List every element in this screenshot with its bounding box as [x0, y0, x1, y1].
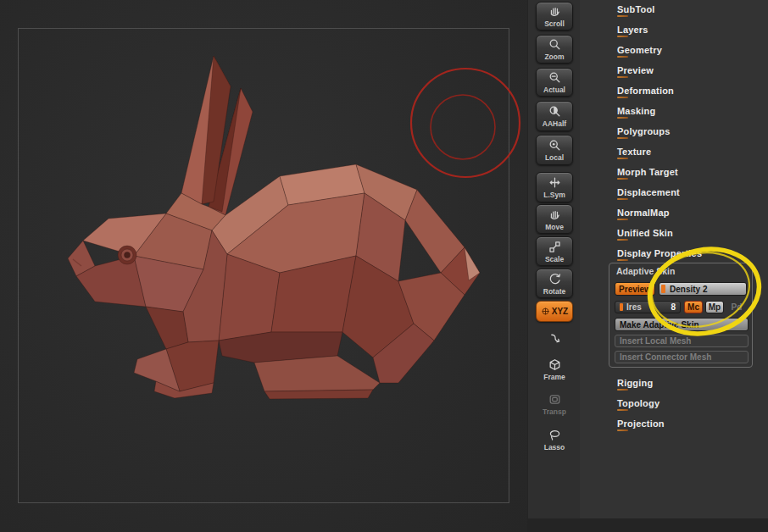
palette-item-layers[interactable]: Layers: [617, 19, 761, 40]
pd-button-label: Pd: [732, 302, 743, 312]
rotate-arrow-icon: [548, 272, 562, 286]
palette-item-label: Morph Target: [617, 167, 678, 177]
scroll-label: Scroll: [544, 19, 565, 28]
palette-item-label: Projection: [617, 418, 665, 429]
actual-magnifier-icon: [548, 70, 562, 85]
xyz-gyro-button[interactable]: XYZ: [536, 301, 573, 322]
ires-slider[interactable]: Ires 8: [615, 301, 681, 313]
palette-item-label: Deformation: [617, 86, 674, 96]
palette-item-morph-target[interactable]: Morph Target: [617, 162, 761, 182]
rotate-button[interactable]: Rotate: [536, 269, 573, 298]
palette-item-topology[interactable]: Topology: [617, 393, 761, 413]
palette-item-label: Topology: [617, 398, 659, 408]
palette-item-displacement[interactable]: Displacement: [617, 182, 761, 202]
palette-item-orange-dash: [617, 56, 628, 58]
rabbit-model: [0, 0, 527, 532]
mp-button-label: Mp: [709, 302, 721, 312]
insert-local-mesh-button[interactable]: Insert Local Mesh: [615, 335, 749, 347]
palette-item-deformation[interactable]: Deformation: [617, 80, 761, 101]
ires-slider-value: 8: [671, 302, 676, 312]
palette-item-label: Polygroups: [617, 126, 671, 136]
density-slider-label: Density 2: [670, 285, 707, 294]
palette-item-orange-dash: [617, 389, 628, 391]
insert-local-mesh-label: Insert Local Mesh: [620, 336, 691, 346]
make-adaptive-skin-button[interactable]: Make Adaptive Skin: [615, 318, 749, 331]
palette-item-orange-dash: [617, 198, 628, 200]
scale-button[interactable]: Scale: [536, 236, 573, 266]
gyro-crosshair-icon: [541, 307, 550, 316]
palette-item-geometry[interactable]: Geometry: [617, 40, 761, 60]
rotate-label: Rotate: [543, 287, 565, 296]
palette-item-orange-dash: [617, 178, 628, 180]
transp-button[interactable]: Transp: [536, 388, 573, 420]
palette-item-orange-dash: [617, 429, 628, 431]
palette-item-subtool[interactable]: SubTool: [617, 0, 761, 19]
insert-connector-mesh-button[interactable]: Insert Connector Mesh: [615, 351, 749, 363]
aahalf-magnifier-icon: [548, 104, 562, 119]
pd-button[interactable]: Pd: [727, 301, 746, 313]
palette-item-texture[interactable]: Texture: [617, 141, 761, 162]
palette-menu-bottom: Rigging Topology Projection: [617, 373, 761, 434]
palette-item-orange-dash: [617, 259, 628, 261]
palette-item-label: Rigging: [617, 378, 653, 388]
palette-item-orange-dash: [617, 219, 628, 220]
palette-item-label: Texture: [617, 147, 651, 157]
palette-item-label: Unified Skin: [617, 228, 673, 238]
insert-connector-mesh-label: Insert Connector Mesh: [620, 352, 711, 362]
palette-item-preview[interactable]: Preview: [617, 60, 761, 80]
right-shelf: Scroll Zoom Actual AAHalf Local: [527, 0, 580, 532]
palette-item-unified-skin[interactable]: Unified Skin: [617, 223, 761, 243]
lasso-icon: [548, 428, 562, 442]
viewport-canvas[interactable]: [0, 0, 527, 532]
move-button[interactable]: Move: [536, 204, 573, 234]
zoom-label: Zoom: [544, 53, 564, 61]
zoom-button[interactable]: Zoom: [536, 35, 573, 64]
panel-bottom-edge: [527, 518, 768, 532]
frame-button[interactable]: Frame: [536, 354, 573, 385]
palette-item-orange-dash: [617, 137, 628, 139]
palette-item-label: SubTool: [617, 4, 655, 14]
palette-item-orange-dash: [617, 409, 628, 411]
transp-label: Transp: [543, 407, 566, 416]
make-adaptive-skin-label: Make Adaptive Skin: [620, 320, 699, 330]
zbrush-app: Scroll Zoom Actual AAHalf Local: [0, 0, 768, 532]
lasso-button[interactable]: Lasso: [536, 424, 573, 456]
aahalf-button[interactable]: AAHalf: [536, 101, 573, 131]
palette-item-rigging[interactable]: Rigging: [617, 373, 761, 393]
density-slider-notch: [661, 285, 665, 293]
density-slider[interactable]: Density 2: [659, 282, 747, 296]
gz-rotate-button[interactable]: [536, 325, 573, 351]
palette-item-normalmap[interactable]: NormalMap: [617, 202, 761, 223]
palette-item-label: Preview: [617, 65, 654, 75]
actual-size-button[interactable]: Actual: [536, 68, 573, 97]
palette-item-masking[interactable]: Masking: [617, 101, 761, 121]
curved-arrow-icon: [548, 331, 562, 346]
local-button[interactable]: Local: [536, 135, 573, 165]
lsym-button[interactable]: L.Sym: [536, 172, 573, 202]
frame-label: Frame: [543, 373, 565, 381]
mc-button-label: Mc: [687, 302, 699, 312]
mc-button[interactable]: Mc: [684, 301, 703, 313]
palette-item-orange-dash: [617, 158, 628, 159]
ires-slider-label: Ires: [626, 302, 642, 312]
palette-item-polygroups[interactable]: Polygroups: [617, 121, 761, 141]
palette-item-label: NormalMap: [617, 208, 670, 218]
frame-cube-icon: [548, 357, 562, 372]
palette-item-orange-dash: [617, 239, 628, 241]
adaptive-skin-panel: Adaptive Skin Preview Density 2 Ires 8 M…: [609, 263, 753, 368]
transparency-square-icon: [548, 392, 562, 407]
palette-item-label: Layers: [617, 25, 648, 35]
preview-button[interactable]: Preview: [615, 282, 655, 296]
palette-item-projection[interactable]: Projection: [617, 413, 761, 434]
xyz-label: XYZ: [552, 307, 568, 316]
aahalf-label: AAHalf: [543, 119, 566, 128]
ires-slider-notch: [620, 303, 623, 311]
scroll-button[interactable]: Scroll: [536, 2, 573, 30]
local-pivot-icon: [548, 138, 562, 152]
palette-item-orange-dash: [617, 36, 628, 37]
lasso-label: Lasso: [544, 443, 565, 452]
lsym-label: L.Sym: [543, 191, 565, 199]
scale-arrows-icon: [548, 240, 562, 254]
mp-button[interactable]: Mp: [705, 301, 724, 313]
palette-item-display-properties[interactable]: Display Properties: [617, 243, 761, 263]
